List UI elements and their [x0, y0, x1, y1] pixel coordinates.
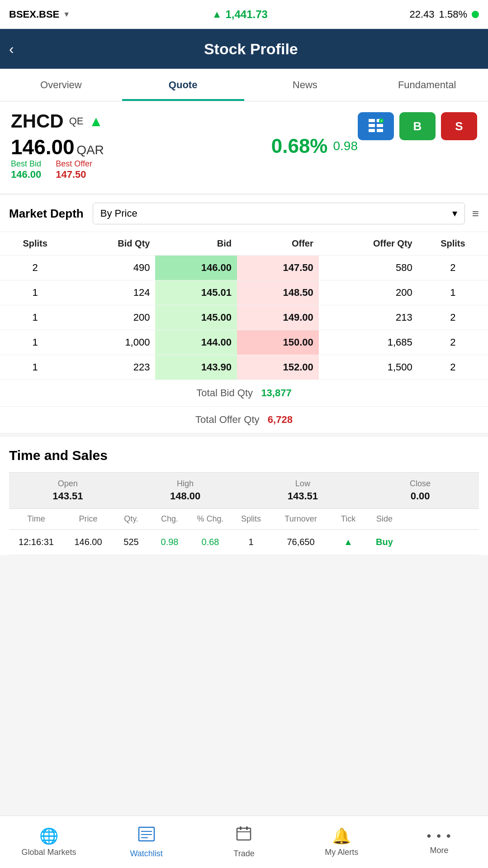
depth-splits-left: 1 [0, 305, 70, 330]
depth-offer-price: 152.00 [237, 355, 319, 380]
close-label: Close [361, 479, 479, 489]
high-block: High 148.00 [127, 479, 244, 502]
table-view-button[interactable]: + [358, 112, 394, 140]
status-bar: BSEX.BSE ▼ ▲ 1,441.73 22.43 1.58% [0, 0, 488, 29]
open-block: Open 143.51 [9, 479, 127, 502]
stock-info-section: + B S ZHCD QE ▲ 146.00 QAR 0.68% 0.98 Be… [0, 101, 488, 194]
col-header-bid: Bid [155, 232, 237, 256]
best-offer-label: Best Offer [56, 159, 92, 169]
trade-tick-icon: ▲ [330, 537, 366, 547]
market-depth-select[interactable]: By Price ▾ [93, 203, 465, 224]
back-button[interactable]: ‹ [9, 41, 14, 57]
abs-change: 0.98 [333, 139, 358, 153]
depth-bid-qty: 490 [70, 256, 155, 280]
depth-table-row: 2 490 146.00 147.50 580 2 [0, 256, 488, 280]
best-bid-value: 146.00 [11, 169, 41, 180]
market-depth-section: Market Depth By Price ▾ ≡ Splits Bid Qty… [0, 195, 488, 433]
stock-price: 146.00 [11, 135, 75, 159]
exchange-dropdown-icon[interactable]: ▼ [63, 10, 70, 19]
sell-button[interactable]: S [441, 112, 477, 140]
tab-bar: Overview Quote News Fundamental [0, 69, 488, 101]
trades-table-header: Time Price Qty. Chg. % Chg. Splits Turno… [9, 509, 479, 530]
tab-quote[interactable]: Quote [122, 69, 244, 101]
market-depth-table: Splits Bid Qty Bid Offer Offer Qty Split… [0, 232, 488, 380]
index-value2: 1.58% [439, 9, 467, 20]
tab-fundamental[interactable]: Fundamental [366, 69, 488, 101]
col-header-splits-ts: Splits [231, 514, 271, 524]
depth-bid-qty: 1,000 [70, 330, 155, 355]
buy-button[interactable]: B [399, 112, 436, 140]
svg-rect-5 [377, 129, 383, 132]
total-bid-value: 13,877 [261, 387, 291, 398]
svg-rect-4 [369, 129, 375, 132]
stock-trend-icon: ▲ [89, 113, 103, 130]
page-title: Stock Profile [23, 40, 479, 58]
main-content: + B S ZHCD QE ▲ 146.00 QAR 0.68% 0.98 Be… [0, 101, 488, 609]
time-and-sales-title: Time and Sales [9, 448, 479, 463]
svg-text:+: + [380, 119, 383, 123]
percent-change: 0.68% [271, 135, 328, 157]
depth-bid-price: 144.00 [155, 330, 237, 355]
depth-bid-price: 145.01 [155, 280, 237, 305]
index-value1: 22.43 [410, 9, 435, 20]
trade-side: Buy [366, 537, 403, 547]
trade-price: 146.00 [63, 537, 113, 547]
col-header-price: Price [63, 514, 113, 524]
exchange-name: BSEX.BSE [9, 9, 59, 20]
page-header: ‹ Stock Profile [0, 29, 488, 69]
high-value: 148.00 [127, 490, 244, 502]
high-label: High [127, 479, 244, 489]
svg-rect-3 [377, 124, 383, 127]
market-depth-header: Market Depth By Price ▾ ≡ [0, 195, 488, 232]
stock-price-block: 146.00 QAR [11, 135, 104, 159]
close-block: Close 0.00 [361, 479, 479, 502]
col-header-pct-chg: % Chg. [190, 514, 231, 524]
best-bid-block: Best Bid 146.00 [11, 159, 41, 180]
col-header-offer: Offer [237, 232, 319, 256]
stock-symbol-row: ZHCD QE ▲ [11, 110, 358, 132]
depth-table-row: 1 124 145.01 148.50 200 1 [0, 280, 488, 305]
col-header-qty: Qty. [113, 514, 149, 524]
depth-splits-right: 2 [418, 256, 488, 280]
stock-symbol: ZHCD [11, 110, 64, 132]
stock-exchange: QE [69, 115, 84, 127]
depth-offer-qty: 580 [319, 256, 418, 280]
depth-splits-left: 1 [0, 280, 70, 305]
depth-bid-price: 143.90 [155, 355, 237, 380]
depth-splits-right: 2 [418, 355, 488, 380]
tab-news[interactable]: News [244, 69, 366, 101]
depth-splits-right: 2 [418, 305, 488, 330]
tab-overview[interactable]: Overview [0, 69, 122, 101]
depth-offer-price: 147.50 [237, 256, 319, 280]
total-offer-value: 6,728 [268, 414, 293, 425]
col-header-chg: Chg. [149, 514, 190, 524]
col-header-splits: Splits [0, 232, 70, 256]
col-header-offer-qty: Offer Qty [319, 232, 418, 256]
low-value: 143.51 [244, 490, 362, 502]
depth-table-row: 1 223 143.90 152.00 1,500 2 [0, 355, 488, 380]
depth-splits-right: 1 [418, 280, 488, 305]
low-block: Low 143.51 [244, 479, 362, 502]
exchange-label[interactable]: BSEX.BSE ▼ [9, 9, 70, 20]
market-depth-title: Market Depth [9, 207, 84, 221]
depth-table-row: 1 1,000 144.00 150.00 1,685 2 [0, 330, 488, 355]
depth-table-row: 1 200 145.00 149.00 213 2 [0, 305, 488, 330]
col-header-bid-qty: Bid Qty [70, 232, 155, 256]
trade-pct-chg: 0.68 [190, 537, 231, 547]
filter-icon[interactable]: ≡ [472, 207, 479, 221]
best-offer-block: Best Offer 147.50 [56, 159, 92, 180]
depth-offer-qty: 1,500 [319, 355, 418, 380]
total-bid-label: Total Bid Qty [196, 387, 253, 398]
time-and-sales-section: Time and Sales Open 143.51 High 148.00 L… [0, 437, 488, 555]
depth-offer-price: 148.50 [237, 280, 319, 305]
depth-splits-left: 2 [0, 256, 70, 280]
col-header-offer-splits: Splits [418, 232, 488, 256]
depth-bid-price: 146.00 [155, 256, 237, 280]
chevron-down-icon: ▾ [452, 208, 457, 219]
depth-splits-right: 2 [418, 330, 488, 355]
action-buttons: + B S [358, 112, 477, 140]
depth-splits-left: 1 [0, 330, 70, 355]
depth-offer-qty: 200 [319, 280, 418, 305]
trade-splits: 1 [231, 537, 271, 547]
depth-bid-qty: 200 [70, 305, 155, 330]
